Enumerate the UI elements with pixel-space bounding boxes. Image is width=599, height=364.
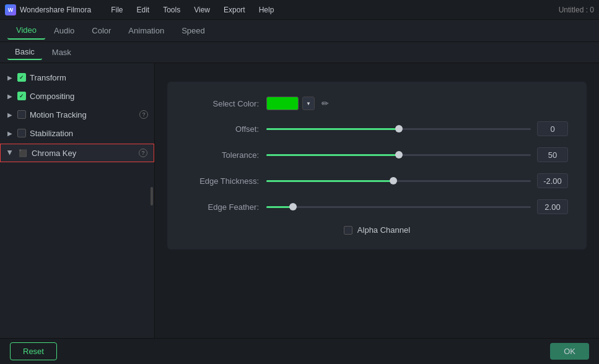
menu-bar: File Edit Tools View Export Help: [105, 3, 280, 17]
app-name: Wondershare Filmora: [20, 6, 91, 14]
color-picker-container: ▼ ✏: [266, 97, 332, 110]
tolerance-slider-container: 50: [266, 147, 568, 162]
checkbox-stabilization[interactable]: [17, 129, 26, 137]
tolerance-thumb[interactable]: [395, 151, 403, 158]
title-bar: W Wondershare Filmora File Edit Tools Vi…: [0, 0, 599, 20]
help-chroma-key[interactable]: ?: [139, 149, 147, 157]
label-motion-tracking: Motion Tracking: [30, 110, 136, 119]
label-chroma-key: Chroma Key: [32, 149, 135, 158]
section-motion-tracking[interactable]: ▶ Motion Tracking ?: [0, 105, 154, 124]
tolerance-slider[interactable]: [266, 154, 531, 156]
label-compositing: Compositing: [30, 92, 148, 101]
offset-label: Offset:: [186, 124, 266, 134]
tab-audio[interactable]: Audio: [45, 22, 83, 39]
alpha-channel-row: Alpha Channel: [186, 225, 568, 235]
menu-file[interactable]: File: [105, 3, 129, 17]
chevron-compositing: ▶: [6, 92, 14, 100]
subtab-mask[interactable]: Mask: [45, 45, 79, 59]
color-dropdown-button[interactable]: ▼: [302, 97, 315, 110]
window-title: Untitled : 0: [559, 6, 594, 14]
chevron-chroma-key: ▶: [7, 149, 14, 157]
checkbox-motion-tracking[interactable]: [17, 110, 26, 119]
panel: ▶ Transform ▶ Compositing ▶ Motion Track…: [0, 63, 599, 338]
label-transform: Transform: [30, 73, 148, 82]
edge-thickness-value[interactable]: -2.00: [537, 173, 568, 188]
edge-feather-label: Edge Feather:: [186, 202, 266, 212]
chevron-motion-tracking: ▶: [6, 111, 14, 118]
offset-slider[interactable]: [266, 128, 531, 130]
select-color-label: Select Color:: [186, 99, 266, 108]
tolerance-value[interactable]: 50: [537, 147, 568, 162]
bottom-bar: Reset OK: [0, 338, 599, 364]
reset-button[interactable]: Reset: [10, 342, 57, 360]
title-bar-left: W Wondershare Filmora File Edit Tools Vi…: [5, 3, 559, 17]
edge-feather-row: Edge Feather: 2.00: [186, 199, 568, 214]
edge-thickness-thumb[interactable]: [390, 177, 397, 184]
edge-feather-value[interactable]: 2.00: [537, 199, 568, 214]
edge-feather-slider[interactable]: [266, 206, 531, 208]
tolerance-label: Tolerance:: [186, 150, 266, 160]
content-area: Select Color: ▼ ✏ Offset: 0: [155, 63, 599, 338]
ok-button[interactable]: OK: [550, 343, 589, 360]
properties-panel: ▶ Transform ▶ Compositing ▶ Motion Track…: [0, 63, 155, 338]
offset-row: Offset: 0: [186, 121, 568, 136]
help-motion-tracking[interactable]: ?: [139, 110, 148, 119]
eyedropper-button[interactable]: ✏: [318, 97, 332, 110]
menu-view[interactable]: View: [188, 3, 216, 17]
edge-thickness-label: Edge Thickness:: [186, 176, 266, 186]
tab-animation[interactable]: Animation: [120, 22, 173, 39]
tab-video[interactable]: Video: [7, 22, 45, 40]
checkbox-transform[interactable]: [17, 73, 26, 82]
edge-thickness-slider[interactable]: [266, 180, 531, 182]
tab-color[interactable]: Color: [83, 22, 120, 39]
menu-export[interactable]: Export: [217, 3, 251, 17]
select-color-row: Select Color: ▼ ✏: [186, 97, 568, 110]
app-logo: W: [5, 4, 16, 15]
chroma-panel: Select Color: ▼ ✏ Offset: 0: [167, 82, 587, 249]
edge-feather-slider-container: 2.00: [266, 199, 568, 214]
subtab-basic[interactable]: Basic: [7, 45, 42, 60]
edge-thickness-row: Edge Thickness: -2.00: [186, 173, 568, 188]
edge-thickness-fill: [266, 180, 393, 182]
offset-fill: [266, 128, 399, 130]
section-stabilization[interactable]: ▶ Stabilization: [0, 124, 154, 142]
section-chroma-key[interactable]: ▶ ⬛ Chroma Key ?: [0, 144, 154, 162]
section-compositing[interactable]: ▶ Compositing: [0, 87, 154, 105]
color-swatch[interactable]: [266, 97, 299, 110]
edge-feather-thumb[interactable]: [289, 203, 297, 210]
tolerance-fill: [266, 154, 399, 156]
main-tabs: Video Audio Color Animation Speed: [0, 20, 599, 42]
tab-speed[interactable]: Speed: [173, 22, 214, 39]
scrollbar[interactable]: [151, 187, 153, 206]
alpha-channel-checkbox[interactable]: [344, 226, 352, 235]
chevron-stabilization: ▶: [6, 129, 14, 137]
sub-tabs: Basic Mask: [0, 42, 599, 63]
menu-edit[interactable]: Edit: [131, 3, 156, 17]
offset-value[interactable]: 0: [537, 121, 568, 136]
label-stabilization: Stabilization: [30, 129, 148, 138]
offset-thumb[interactable]: [395, 125, 403, 132]
edge-thickness-slider-container: -2.00: [266, 173, 568, 188]
tolerance-row: Tolerance: 50: [186, 147, 568, 162]
menu-help[interactable]: Help: [253, 3, 281, 17]
chevron-transform: ▶: [6, 74, 14, 81]
chroma-key-icon: ⬛: [18, 148, 28, 158]
section-transform[interactable]: ▶ Transform: [0, 68, 154, 87]
alpha-channel-label: Alpha Channel: [357, 225, 410, 235]
checkbox-compositing[interactable]: [17, 92, 26, 100]
menu-tools[interactable]: Tools: [157, 3, 186, 17]
offset-slider-container: 0: [266, 121, 568, 136]
